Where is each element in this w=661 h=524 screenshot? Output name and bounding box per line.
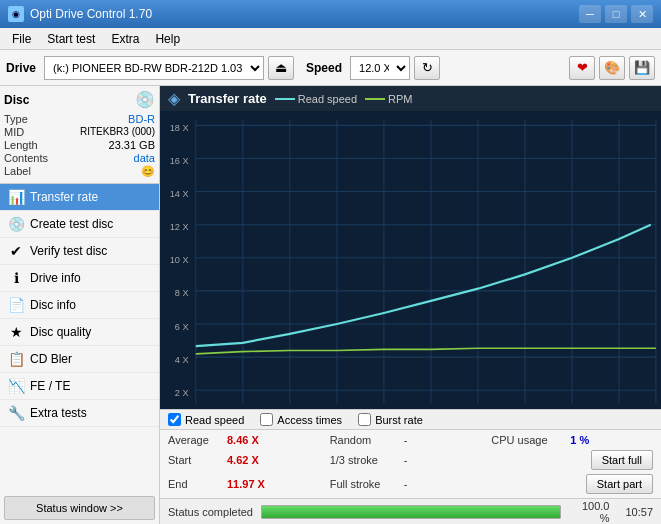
theme-button[interactable]: 🎨 (599, 56, 625, 80)
nav-create-test-disc[interactable]: 💿 Create test disc (0, 211, 159, 238)
legend-read-speed-label: Read speed (298, 93, 357, 105)
verify-test-disc-icon: ✔ (8, 243, 24, 259)
left-panel: Disc 💿 Type BD-R MID RITEKBR3 (000) Leng… (0, 86, 160, 524)
progress-label: Status completed (168, 506, 253, 518)
stat-random-label: Random (330, 434, 400, 446)
rpm-color (365, 98, 385, 100)
disc-label-icon: 😊 (141, 165, 155, 178)
cb-burst-rate[interactable]: Burst rate (358, 413, 423, 426)
svg-text:20.0: 20.0 (564, 406, 580, 409)
stat-random: Random - (330, 434, 492, 446)
save-button[interactable]: 💾 (629, 56, 655, 80)
maximize-button[interactable]: □ (605, 5, 627, 23)
svg-text:14 X: 14 X (170, 188, 190, 199)
chart-container: 18 X 16 X 14 X 12 X 10 X 8 X 6 X 4 X 2 X (160, 111, 661, 409)
nav-menu: 📊 Transfer rate 💿 Create test disc ✔ Ver… (0, 184, 159, 492)
disc-contents-value[interactable]: data (134, 152, 155, 164)
create-test-disc-icon: 💿 (8, 216, 24, 232)
stat-average-value: 8.46 X (227, 434, 272, 446)
fe-te-icon: 📉 (8, 378, 24, 394)
transfer-rate-icon: 📊 (8, 189, 24, 205)
nav-drive-info-label: Drive info (30, 271, 81, 285)
stats-row-2: Start 4.62 X 1/3 stroke - Start full (160, 448, 661, 472)
nav-drive-info[interactable]: ℹ Drive info (0, 265, 159, 292)
svg-text:0.0: 0.0 (190, 406, 202, 409)
cb-read-speed[interactable]: Read speed (168, 413, 244, 426)
extra-tests-icon: 🔧 (8, 405, 24, 421)
chart-svg: 18 X 16 X 14 X 12 X 10 X 8 X 6 X 4 X 2 X (160, 111, 661, 409)
svg-text:22.5: 22.5 (611, 406, 627, 409)
stat-end: End 11.97 X (168, 478, 330, 490)
svg-text:2 X: 2 X (175, 386, 189, 397)
nav-disc-info[interactable]: 📄 Disc info (0, 292, 159, 319)
eject-button[interactable]: ⏏ (268, 56, 294, 80)
cb-access-times[interactable]: Access times (260, 413, 342, 426)
titlebar-title: Opti Drive Control 1.70 (30, 7, 152, 21)
disc-contents-row: Contents data (4, 152, 155, 164)
svg-text:2.5: 2.5 (237, 406, 249, 409)
disc-section: Disc 💿 Type BD-R MID RITEKBR3 (000) Leng… (0, 86, 159, 184)
chart-icon: ◈ (168, 89, 180, 108)
start-full-button[interactable]: Start full (591, 450, 653, 470)
legend-rpm: RPM (365, 93, 412, 105)
start-part-button[interactable]: Start part (586, 474, 653, 494)
right-panel: ◈ Transfer rate Read speed RPM 18 X 16 X… (160, 86, 661, 524)
progress-time: 10:57 (625, 506, 653, 518)
legend-rpm-label: RPM (388, 93, 412, 105)
menubar: File Start test Extra Help (0, 28, 661, 50)
menu-extra[interactable]: Extra (103, 30, 147, 48)
disc-length-value: 23.31 GB (109, 139, 155, 151)
cb-burst-rate-input[interactable] (358, 413, 371, 426)
svg-text:6 X: 6 X (175, 320, 189, 331)
minimize-button[interactable]: ─ (579, 5, 601, 23)
cb-read-speed-label: Read speed (185, 414, 244, 426)
svg-text:8 X: 8 X (175, 287, 189, 298)
menu-help[interactable]: Help (147, 30, 188, 48)
svg-text:18 X: 18 X (170, 122, 190, 133)
nav-disc-quality[interactable]: ★ Disc quality (0, 319, 159, 346)
menu-start-test[interactable]: Start test (39, 30, 103, 48)
menu-file[interactable]: File (4, 30, 39, 48)
stat-third-stroke-label: 1/3 stroke (330, 454, 400, 466)
nav-cd-bler[interactable]: 📋 CD Bler (0, 346, 159, 373)
refresh-button[interactable]: ↻ (414, 56, 440, 80)
disc-type-value: BD-R (128, 113, 155, 125)
legend-read-speed: Read speed (275, 93, 357, 105)
app-icon: ◉ (8, 6, 24, 22)
titlebar-left: ◉ Opti Drive Control 1.70 (8, 6, 152, 22)
stat-full-stroke-label: Full stroke (330, 478, 400, 490)
stats-row-1: Average 8.46 X Random - CPU usage 1 % (160, 432, 661, 448)
toolbar: Drive (k:) PIONEER BD-RW BDR-212D 1.03 ⏏… (0, 50, 661, 86)
cb-access-times-input[interactable] (260, 413, 273, 426)
cd-bler-icon: 📋 (8, 351, 24, 367)
progress-pct: 100.0 % (569, 500, 609, 524)
read-speed-color (275, 98, 295, 100)
disc-mid-value: RITEKBR3 (000) (80, 126, 155, 138)
nav-fe-te[interactable]: 📉 FE / TE (0, 373, 159, 400)
close-button[interactable]: ✕ (631, 5, 653, 23)
cb-read-speed-input[interactable] (168, 413, 181, 426)
drive-select[interactable]: (k:) PIONEER BD-RW BDR-212D 1.03 (44, 56, 264, 80)
nav-cd-bler-label: CD Bler (30, 352, 72, 366)
disc-contents-label: Contents (4, 152, 48, 164)
disc-type-row: Type BD-R (4, 113, 155, 125)
nav-disc-quality-label: Disc quality (30, 325, 91, 339)
svg-text:10 X: 10 X (170, 254, 190, 265)
stat-end-value: 11.97 X (227, 478, 272, 490)
disc-info-icon: 📄 (8, 297, 24, 313)
speed-select[interactable]: 12.0 X Max 1.0 X 4.0 X 8.0 X (350, 56, 410, 80)
chart-header: ◈ Transfer rate Read speed RPM (160, 86, 661, 111)
nav-verify-test-disc[interactable]: ✔ Verify test disc (0, 238, 159, 265)
stat-full-stroke-value: - (404, 478, 424, 490)
nav-transfer-rate[interactable]: 📊 Transfer rate (0, 184, 159, 211)
disc-icon: 💿 (135, 90, 155, 109)
heart-button[interactable]: ❤ (569, 56, 595, 80)
svg-text:25.0 GB: 25.0 GB (641, 406, 661, 409)
disc-length-row: Length 23.31 GB (4, 139, 155, 151)
disc-mid-row: MID RITEKBR3 (000) (4, 126, 155, 138)
nav-extra-tests[interactable]: 🔧 Extra tests (0, 400, 159, 427)
svg-text:12 X: 12 X (170, 221, 190, 232)
stats-area: Average 8.46 X Random - CPU usage 1 % St… (160, 429, 661, 498)
status-window-button[interactable]: Status window >> (4, 496, 155, 520)
nav-fe-te-label: FE / TE (30, 379, 70, 393)
